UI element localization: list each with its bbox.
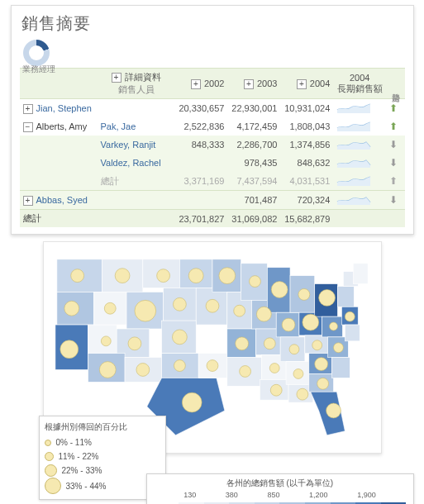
table-body: +Jian, Stephen20,330,65722,930,00110,931… xyxy=(20,99,405,228)
svg-point-54 xyxy=(128,337,141,350)
hdr-period: 2004 長期銷售額 xyxy=(333,69,386,99)
trend-arrow-icon: ⬆ xyxy=(386,99,404,118)
scale-tick: 850 xyxy=(267,491,279,499)
bubble-swatch-icon xyxy=(45,478,61,494)
table-row: Varkey, Ranjit848,3332,286,7001,374,856⬇ xyxy=(20,136,405,154)
grand-2002: 23,701,827 xyxy=(175,210,228,228)
bubble-legend-item: 33% - 44% xyxy=(45,478,160,494)
svg-point-56 xyxy=(136,364,149,377)
val-2004: 720,324 xyxy=(280,191,333,210)
sparkline-cell xyxy=(333,99,386,118)
sparkline-cell xyxy=(333,136,386,154)
sparkline-cell xyxy=(333,191,386,210)
svg-rect-44 xyxy=(345,325,360,341)
val-2004: 848,632 xyxy=(280,154,333,172)
table-header-row: +詳細資料銷售人員 +2002 +2003 +2004 2004 長期銷售額 趨… xyxy=(20,69,405,99)
val-2002: 3,371,169 xyxy=(175,172,228,191)
grand-2004: 15,682,879 xyxy=(280,210,333,228)
svg-point-78 xyxy=(296,388,307,400)
svg-point-66 xyxy=(233,305,245,316)
svg-point-86 xyxy=(329,322,337,330)
val-2003: 978,435 xyxy=(227,154,280,172)
svg-point-88 xyxy=(345,311,355,321)
manager-cell: Alberts, Amy xyxy=(36,121,88,131)
bubble-legend-items: 0% - 11%11% - 22%22% - 33%33% - 44% xyxy=(45,435,160,494)
manager-cell: Jian, Stephen xyxy=(36,103,92,113)
svg-point-82 xyxy=(314,358,327,371)
sparkline-cell xyxy=(333,154,386,172)
scale-tick: 1,200 xyxy=(309,491,328,499)
bubble-swatch-icon xyxy=(45,440,51,446)
val-2004: 1,374,856 xyxy=(280,136,333,154)
svg-point-59 xyxy=(188,269,203,283)
expand-icon[interactable]: + xyxy=(244,79,254,89)
bubble-swatch-icon xyxy=(45,464,57,477)
sparkline-cell xyxy=(333,117,386,136)
svg-point-87 xyxy=(333,343,343,353)
hdr-detail: 詳細資料 xyxy=(125,72,161,82)
table-row: +Jian, Stephen20,330,65722,930,00110,931… xyxy=(20,99,405,118)
scale-legend-title: 各州的總銷售額 (以千為單位) xyxy=(154,478,407,489)
val-2002 xyxy=(175,191,228,210)
svg-point-51 xyxy=(104,302,116,314)
table-row: 總計3,371,1697,437,5944,031,531⬆ xyxy=(20,172,405,191)
svg-point-65 xyxy=(218,268,235,284)
grand-total-row: 總計23,701,82731,069,08215,682,879 xyxy=(20,210,405,228)
bubble-legend-label: 11% - 22% xyxy=(59,449,99,464)
hdr-2003: 2003 xyxy=(257,78,277,88)
expand-icon[interactable]: + xyxy=(23,104,33,114)
svg-point-62 xyxy=(174,360,185,372)
bubble-legend-item: 11% - 22% xyxy=(45,449,160,464)
sales-table: +詳細資料銷售人員 +2002 +2003 +2004 2004 長期銷售額 趨… xyxy=(20,68,405,227)
trend-arrow-icon: ⬆ xyxy=(386,117,404,136)
scale-tick: 1,900 xyxy=(357,491,376,499)
card-title: 銷售摘要 xyxy=(21,12,405,35)
svg-point-85 xyxy=(318,289,335,306)
hdr-2004: 2004 xyxy=(310,78,330,88)
subheader-manager: 業務經理 xyxy=(22,64,55,75)
svg-point-64 xyxy=(207,360,218,372)
val-2002: 2,522,836 xyxy=(175,117,228,136)
val-2004: 10,931,024 xyxy=(280,99,333,118)
svg-point-75 xyxy=(282,318,295,331)
bubble-legend-item: 22% - 33% xyxy=(45,464,160,478)
svg-point-74 xyxy=(271,282,288,298)
expand-icon[interactable]: + xyxy=(23,196,33,206)
svg-rect-41 xyxy=(331,358,350,378)
expand-icon[interactable]: − xyxy=(23,122,33,132)
bubble-legend-label: 22% - 33% xyxy=(62,464,102,478)
val-2004: 4,031,531 xyxy=(280,172,333,191)
svg-point-60 xyxy=(206,299,219,312)
svg-point-52 xyxy=(115,269,130,283)
val-2003: 22,930,001 xyxy=(227,99,280,118)
expand-icon[interactable]: + xyxy=(191,79,201,89)
trend-arrow-icon: ⬆ xyxy=(386,172,404,191)
manager-cell: Abbas, Syed xyxy=(36,195,88,205)
svg-point-71 xyxy=(264,338,275,349)
svg-point-83 xyxy=(317,378,328,389)
val-2003: 7,437,594 xyxy=(227,172,280,191)
salesperson-cell: 總計 xyxy=(101,176,119,186)
sales-summary-card: 銷售摘要 業務經理 +詳細資料銷售人員 +2002 +2003 +2004 20… xyxy=(11,5,414,235)
expand-icon[interactable]: + xyxy=(297,79,307,89)
hdr-sales: 銷售人員 xyxy=(118,84,155,94)
table-row: −Alberts, AmyPak, Jae2,522,8364,172,4591… xyxy=(20,117,405,136)
bubble-legend-item: 0% - 11% xyxy=(45,435,160,449)
svg-point-70 xyxy=(256,307,271,321)
bubble-legend-label: 0% - 11% xyxy=(56,435,92,449)
val-2003: 2,286,700 xyxy=(227,136,280,154)
table-row: +Abbas, Syed701,487720,324⬇ xyxy=(20,191,405,210)
svg-point-55 xyxy=(99,362,116,378)
trend-arrow-icon: ⬇ xyxy=(386,191,404,210)
svg-point-67 xyxy=(235,337,248,350)
bubble-legend-label: 33% - 44% xyxy=(66,479,107,493)
pie-icon xyxy=(23,40,50,66)
trend-arrow-icon: ⬇ xyxy=(386,136,404,154)
us-sales-map: 根據州別傳回的百分比 0% - 11%11% - 22%22% - 33%33%… xyxy=(43,241,382,454)
expand-icon[interactable]: + xyxy=(112,73,121,83)
table-row: Valdez, Rachel978,435848,632⬇ xyxy=(20,154,405,172)
scale-tick: 380 xyxy=(226,491,238,499)
grand-2003: 31,069,082 xyxy=(227,210,280,228)
svg-point-79 xyxy=(298,288,309,300)
svg-point-47 xyxy=(70,269,83,283)
